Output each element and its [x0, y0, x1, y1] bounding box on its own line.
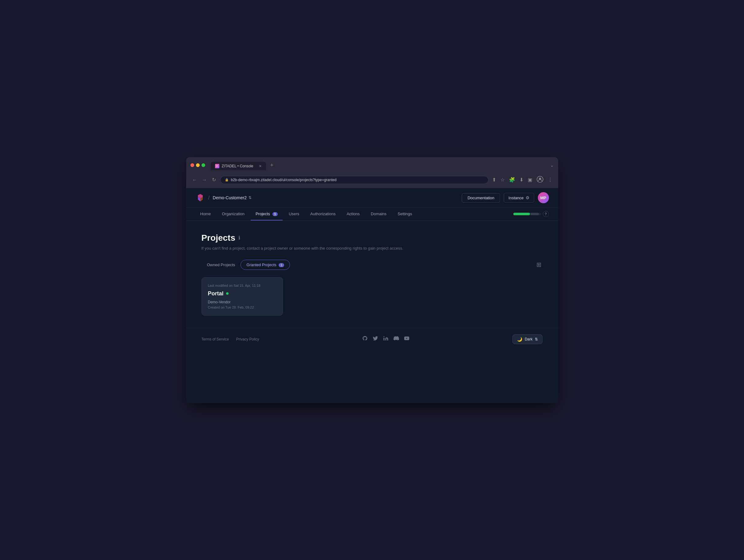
org-name: Demo-Customer2 — [213, 195, 247, 200]
tab-granted-label: Granted Projects — [246, 263, 276, 267]
progress-empty — [530, 213, 539, 215]
nav-item-authorizations[interactable]: Authorizations — [305, 208, 340, 221]
nav-progress: ? — [513, 211, 549, 217]
minimize-traffic-light[interactable] — [196, 163, 200, 167]
tab-close-button[interactable]: × — [259, 164, 261, 168]
menu-icon[interactable]: ⋮ — [547, 175, 554, 184]
svg-point-3 — [383, 336, 384, 337]
terms-of-service-link[interactable]: Terms of Service — [201, 337, 229, 342]
nav-item-actions[interactable]: Actions — [342, 208, 365, 221]
app-footer: Terms of Service Privacy Policy — [186, 328, 558, 350]
theme-label: Dark — [525, 337, 532, 342]
card-vendor: Demo-Vendor — [208, 300, 277, 304]
footer-links: Terms of Service Privacy Policy — [201, 337, 259, 342]
progress-fill — [513, 213, 530, 215]
projects-tabs: Owned Projects Granted Projects 1 ⊞ — [201, 260, 543, 270]
tab-granted-projects[interactable]: Granted Projects 1 — [240, 260, 290, 270]
share-icon[interactable]: ⬆ — [491, 175, 497, 184]
app: / Demo-Customer2 ⇅ Documentation Instanc… — [186, 188, 558, 403]
tab-favicon: Z — [215, 164, 219, 168]
app-logo: / Demo-Customer2 ⇅ — [195, 193, 252, 203]
youtube-icon[interactable] — [404, 335, 409, 343]
app-main: Projects ℹ If you can't find a project, … — [186, 221, 558, 328]
page-title: Projects — [201, 233, 235, 243]
card-project-name: Portal — [208, 290, 224, 297]
github-icon[interactable] — [362, 335, 368, 343]
nav-projects-badge: 1 — [272, 212, 278, 216]
theme-selector[interactable]: 🌙 Dark ⇅ — [512, 334, 543, 344]
nav-projects-label: Projects — [256, 211, 270, 216]
new-tab-button[interactable]: + — [267, 160, 277, 170]
progress-help-button[interactable]: ? — [543, 211, 549, 217]
grid-toggle-button[interactable]: ⊞ — [535, 260, 543, 270]
tab-title: ZITADEL • Console — [222, 164, 253, 168]
traffic-lights — [190, 163, 205, 167]
info-icon[interactable]: ℹ — [238, 235, 240, 241]
nav-item-projects[interactable]: Projects 1 — [251, 208, 283, 221]
gear-icon: ⚙ — [526, 195, 530, 200]
project-card[interactable]: Last modified on Sat 15. Apr, 11:18 Port… — [201, 277, 283, 316]
profile-icon[interactable] — [535, 175, 545, 185]
status-active-dot — [226, 292, 228, 295]
logo-separator: / — [208, 195, 210, 201]
toolbar-icons: ⬆ ☆ 🧩 ⬇ ▣ ⋮ — [491, 175, 554, 185]
moon-icon: 🌙 — [517, 337, 522, 342]
privacy-policy-link[interactable]: Privacy Policy — [236, 337, 259, 342]
theme-chevron-icon: ⇅ — [535, 337, 538, 342]
address-bar[interactable]: 🔒 b2b-demo-rbxajm.zitadel.cloud/ui/conso… — [220, 176, 488, 184]
card-created-date: Created on Tue 28. Feb, 09:22 — [208, 306, 277, 309]
projects-grid: Last modified on Sat 15. Apr, 11:18 Port… — [201, 277, 543, 316]
address-text: b2b-demo-rbxajm.zitadel.cloud/ui/console… — [231, 178, 337, 182]
browser-chrome: Z ZITADEL • Console × + ⌄ ← → ↻ 🔒 b2b-de… — [186, 157, 558, 188]
linkedin-icon[interactable] — [383, 335, 388, 343]
tab-more-button[interactable]: ⌄ — [550, 163, 554, 168]
refresh-button[interactable]: ↻ — [210, 175, 218, 184]
forward-button[interactable]: → — [200, 176, 209, 184]
nav-item-settings[interactable]: Settings — [393, 208, 417, 221]
avatar[interactable]: MP — [538, 192, 549, 203]
footer-social — [362, 335, 409, 343]
card-modified-date: Last modified on Sat 15. Apr, 11:18 — [208, 284, 277, 287]
app-nav: Home Organization Projects 1 Users Autho… — [186, 208, 558, 221]
documentation-button[interactable]: Documentation — [462, 193, 500, 203]
sidebar-icon[interactable]: ▣ — [526, 175, 533, 184]
bookmark-icon[interactable]: ☆ — [499, 175, 506, 184]
close-traffic-light[interactable] — [190, 163, 194, 167]
org-selector[interactable]: Demo-Customer2 ⇅ — [213, 195, 252, 200]
header-actions: Documentation Instance ⚙ MP — [462, 192, 549, 203]
card-name-row: Portal — [208, 290, 277, 297]
zitadel-logo-icon — [195, 193, 205, 203]
page-title-row: Projects ℹ — [201, 233, 543, 243]
twitter-icon[interactable] — [373, 335, 378, 343]
instance-button[interactable]: Instance ⚙ — [504, 193, 534, 203]
maximize-traffic-light[interactable] — [201, 163, 205, 167]
nav-item-home[interactable]: Home — [195, 208, 216, 221]
back-button[interactable]: ← — [190, 176, 199, 184]
app-header: / Demo-Customer2 ⇅ Documentation Instanc… — [186, 188, 558, 208]
instance-label: Instance — [509, 196, 523, 200]
org-chevron-icon: ⇅ — [249, 196, 252, 200]
extensions-icon[interactable]: 🧩 — [508, 175, 516, 184]
page-subtitle: If you can't find a project, contact a p… — [201, 246, 543, 250]
active-tab[interactable]: Z ZITADEL • Console × — [211, 162, 266, 170]
tab-owned-projects[interactable]: Owned Projects — [201, 260, 241, 270]
nav-item-domains[interactable]: Domains — [366, 208, 392, 221]
tab-granted-badge: 1 — [278, 263, 284, 267]
lock-icon: 🔒 — [225, 178, 228, 182]
browser-tabs: Z ZITADEL • Console × + — [211, 160, 547, 170]
nav-item-users[interactable]: Users — [284, 208, 304, 221]
browser-nav-buttons: ← → ↻ — [190, 175, 218, 184]
browser-addressbar: ← → ↻ 🔒 b2b-demo-rbxajm.zitadel.cloud/ui… — [190, 173, 554, 188]
browser-titlebar: Z ZITADEL • Console × + ⌄ — [190, 160, 554, 170]
progress-bar — [513, 213, 541, 215]
nav-item-organization[interactable]: Organization — [217, 208, 250, 221]
browser-window: Z ZITADEL • Console × + ⌄ ← → ↻ 🔒 b2b-de… — [186, 157, 558, 403]
footer-theme: 🌙 Dark ⇅ — [512, 334, 543, 344]
discord-icon[interactable] — [394, 335, 399, 343]
download-icon[interactable]: ⬇ — [518, 175, 525, 184]
